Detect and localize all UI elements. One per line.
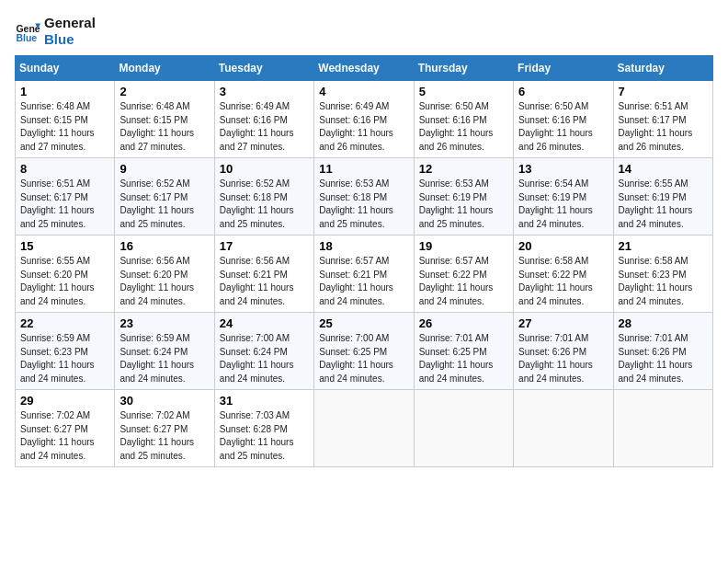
calendar-cell: 21Sunrise: 6:58 AM Sunset: 6:23 PM Dayli… <box>613 236 712 313</box>
calendar-cell: 11Sunrise: 6:53 AM Sunset: 6:18 PM Dayli… <box>314 158 414 236</box>
day-number: 17 <box>220 239 309 253</box>
day-info: Sunrise: 6:58 AM Sunset: 6:23 PM Dayligh… <box>619 255 708 308</box>
calendar-cell: 12Sunrise: 6:53 AM Sunset: 6:19 PM Dayli… <box>414 158 513 236</box>
calendar-cell: 4Sunrise: 6:49 AM Sunset: 6:16 PM Daylig… <box>314 81 414 158</box>
day-info: Sunrise: 6:51 AM Sunset: 6:17 PM Dayligh… <box>619 100 708 154</box>
day-info: Sunrise: 6:52 AM Sunset: 6:18 PM Dayligh… <box>220 178 309 231</box>
day-info: Sunrise: 6:55 AM Sunset: 6:19 PM Dayligh… <box>619 178 708 231</box>
day-number: 21 <box>619 239 708 253</box>
calendar-week-3: 15Sunrise: 6:55 AM Sunset: 6:20 PM Dayli… <box>16 236 713 313</box>
calendar-cell: 14Sunrise: 6:55 AM Sunset: 6:19 PM Dayli… <box>613 158 712 236</box>
header-tuesday: Tuesday <box>214 56 313 81</box>
day-number: 23 <box>119 316 209 330</box>
day-number: 7 <box>619 85 708 98</box>
day-number: 2 <box>119 85 209 98</box>
day-number: 8 <box>20 162 109 176</box>
day-number: 3 <box>220 85 309 98</box>
calendar-cell: 20Sunrise: 6:58 AM Sunset: 6:22 PM Dayli… <box>514 236 613 313</box>
calendar-cell: 1Sunrise: 6:48 AM Sunset: 6:15 PM Daylig… <box>16 81 115 158</box>
day-info: Sunrise: 6:49 AM Sunset: 6:16 PM Dayligh… <box>319 100 408 154</box>
day-number: 31 <box>220 394 309 408</box>
day-info: Sunrise: 7:01 AM Sunset: 6:25 PM Dayligh… <box>419 332 508 385</box>
calendar-cell: 7Sunrise: 6:51 AM Sunset: 6:17 PM Daylig… <box>613 81 712 158</box>
day-number: 1 <box>20 85 109 98</box>
day-info: Sunrise: 6:55 AM Sunset: 6:20 PM Dayligh… <box>20 255 109 308</box>
calendar-cell: 29Sunrise: 7:02 AM Sunset: 6:27 PM Dayli… <box>16 390 115 467</box>
calendar-cell: 15Sunrise: 6:55 AM Sunset: 6:20 PM Dayli… <box>16 236 115 313</box>
day-info: Sunrise: 7:00 AM Sunset: 6:24 PM Dayligh… <box>220 332 309 385</box>
calendar-cell: 13Sunrise: 6:54 AM Sunset: 6:19 PM Dayli… <box>514 158 613 236</box>
logo-blue-text: Blue <box>44 31 96 48</box>
logo-icon: General Blue <box>15 18 40 44</box>
day-info: Sunrise: 6:57 AM Sunset: 6:21 PM Dayligh… <box>319 255 408 308</box>
calendar-cell <box>613 390 712 467</box>
day-number: 13 <box>518 162 608 176</box>
calendar-cell <box>414 390 513 467</box>
day-info: Sunrise: 6:59 AM Sunset: 6:23 PM Dayligh… <box>20 332 109 385</box>
day-info: Sunrise: 7:01 AM Sunset: 6:26 PM Dayligh… <box>619 332 708 385</box>
day-info: Sunrise: 6:49 AM Sunset: 6:16 PM Dayligh… <box>220 100 309 154</box>
day-number: 10 <box>220 162 309 176</box>
day-info: Sunrise: 6:53 AM Sunset: 6:18 PM Dayligh… <box>319 178 408 231</box>
day-info: Sunrise: 6:48 AM Sunset: 6:15 PM Dayligh… <box>119 100 209 154</box>
calendar-cell: 31Sunrise: 7:03 AM Sunset: 6:28 PM Dayli… <box>214 390 313 467</box>
calendar-cell: 9Sunrise: 6:52 AM Sunset: 6:17 PM Daylig… <box>115 158 214 236</box>
calendar-cell: 23Sunrise: 6:59 AM Sunset: 6:24 PM Dayli… <box>115 313 214 390</box>
day-info: Sunrise: 7:00 AM Sunset: 6:25 PM Dayligh… <box>319 332 408 385</box>
calendar-cell: 10Sunrise: 6:52 AM Sunset: 6:18 PM Dayli… <box>214 158 313 236</box>
calendar-table: SundayMondayTuesdayWednesdayThursdayFrid… <box>15 55 713 467</box>
day-number: 12 <box>419 162 508 176</box>
day-info: Sunrise: 6:51 AM Sunset: 6:17 PM Dayligh… <box>20 178 109 231</box>
day-number: 19 <box>419 239 508 253</box>
day-number: 30 <box>119 394 209 408</box>
calendar-cell: 25Sunrise: 7:00 AM Sunset: 6:25 PM Dayli… <box>314 313 414 390</box>
calendar-week-2: 8Sunrise: 6:51 AM Sunset: 6:17 PM Daylig… <box>16 158 713 236</box>
calendar-cell: 28Sunrise: 7:01 AM Sunset: 6:26 PM Dayli… <box>613 313 712 390</box>
calendar-cell: 24Sunrise: 7:00 AM Sunset: 6:24 PM Dayli… <box>214 313 313 390</box>
header-sunday: Sunday <box>16 56 115 81</box>
day-info: Sunrise: 7:02 AM Sunset: 6:27 PM Dayligh… <box>20 409 109 463</box>
day-info: Sunrise: 6:52 AM Sunset: 6:17 PM Dayligh… <box>119 178 209 231</box>
calendar-week-4: 22Sunrise: 6:59 AM Sunset: 6:23 PM Dayli… <box>16 313 713 390</box>
day-info: Sunrise: 6:48 AM Sunset: 6:15 PM Dayligh… <box>20 100 109 154</box>
logo: General Blue General Blue <box>15 15 96 48</box>
calendar-cell: 27Sunrise: 7:01 AM Sunset: 6:26 PM Dayli… <box>514 313 613 390</box>
header-thursday: Thursday <box>414 56 513 81</box>
day-number: 4 <box>319 85 408 98</box>
header-saturday: Saturday <box>613 56 712 81</box>
calendar-body: 1Sunrise: 6:48 AM Sunset: 6:15 PM Daylig… <box>16 81 713 467</box>
calendar-cell: 6Sunrise: 6:50 AM Sunset: 6:16 PM Daylig… <box>514 81 613 158</box>
day-info: Sunrise: 6:54 AM Sunset: 6:19 PM Dayligh… <box>518 178 608 231</box>
calendar-cell: 18Sunrise: 6:57 AM Sunset: 6:21 PM Dayli… <box>314 236 414 313</box>
day-number: 6 <box>518 85 608 98</box>
calendar-cell: 17Sunrise: 6:56 AM Sunset: 6:21 PM Dayli… <box>214 236 313 313</box>
day-number: 26 <box>419 316 508 330</box>
day-info: Sunrise: 7:01 AM Sunset: 6:26 PM Dayligh… <box>518 332 608 385</box>
header-friday: Friday <box>514 56 613 81</box>
svg-text:Blue: Blue <box>16 32 37 43</box>
day-number: 18 <box>319 239 408 253</box>
day-info: Sunrise: 6:50 AM Sunset: 6:16 PM Dayligh… <box>419 100 508 154</box>
calendar-cell: 26Sunrise: 7:01 AM Sunset: 6:25 PM Dayli… <box>414 313 513 390</box>
day-number: 16 <box>119 239 209 253</box>
day-info: Sunrise: 6:58 AM Sunset: 6:22 PM Dayligh… <box>518 255 608 308</box>
calendar-cell: 8Sunrise: 6:51 AM Sunset: 6:17 PM Daylig… <box>16 158 115 236</box>
calendar-cell: 3Sunrise: 6:49 AM Sunset: 6:16 PM Daylig… <box>214 81 313 158</box>
calendar-cell: 19Sunrise: 6:57 AM Sunset: 6:22 PM Dayli… <box>414 236 513 313</box>
day-info: Sunrise: 6:57 AM Sunset: 6:22 PM Dayligh… <box>419 255 508 308</box>
calendar-cell: 16Sunrise: 6:56 AM Sunset: 6:20 PM Dayli… <box>115 236 214 313</box>
day-info: Sunrise: 6:56 AM Sunset: 6:21 PM Dayligh… <box>220 255 309 308</box>
calendar-cell: 5Sunrise: 6:50 AM Sunset: 6:16 PM Daylig… <box>414 81 513 158</box>
day-number: 24 <box>220 316 309 330</box>
day-number: 29 <box>20 394 109 408</box>
calendar-cell: 22Sunrise: 6:59 AM Sunset: 6:23 PM Dayli… <box>16 313 115 390</box>
day-number: 15 <box>20 239 109 253</box>
day-number: 25 <box>319 316 408 330</box>
day-number: 20 <box>518 239 608 253</box>
day-number: 5 <box>419 85 508 98</box>
header-wednesday: Wednesday <box>314 56 414 81</box>
calendar-week-1: 1Sunrise: 6:48 AM Sunset: 6:15 PM Daylig… <box>16 81 713 158</box>
calendar-header-row: SundayMondayTuesdayWednesdayThursdayFrid… <box>16 56 713 81</box>
day-info: Sunrise: 6:56 AM Sunset: 6:20 PM Dayligh… <box>119 255 209 308</box>
day-number: 27 <box>518 316 608 330</box>
